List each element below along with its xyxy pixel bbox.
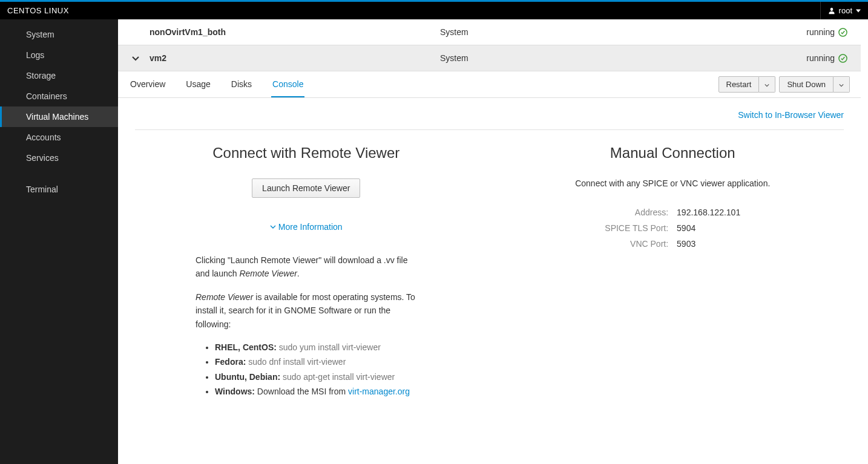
virt-manager-link[interactable]: virt-manager.org bbox=[348, 387, 410, 396]
caret-down-icon bbox=[856, 8, 861, 13]
sidebar-item-logs[interactable]: Logs bbox=[0, 45, 118, 65]
info-text-remote-viewer-2: Remote Viewer bbox=[196, 292, 253, 302]
check-circle-icon bbox=[838, 54, 847, 63]
shutdown-button-group: Shut Down bbox=[779, 76, 850, 93]
address-label: Address: bbox=[601, 205, 672, 220]
vm-status: running bbox=[806, 27, 847, 37]
launch-remote-viewer-button[interactable]: Launch Remote Viewer bbox=[252, 178, 360, 198]
check-circle-icon bbox=[838, 28, 847, 37]
vnc-port-value: 5903 bbox=[673, 237, 744, 251]
tabs-bar: Overview Usage Disks Console Restart Shu… bbox=[118, 71, 861, 98]
more-information-toggle[interactable]: More Information bbox=[270, 222, 343, 232]
vm-connection: System bbox=[440, 53, 806, 63]
user-name: root bbox=[839, 6, 852, 15]
sidebar-item-storage[interactable]: Storage bbox=[0, 65, 118, 86]
more-info-content: Clicking "Launch Remote Viewer" will dow… bbox=[135, 253, 478, 399]
manual-connection-desc: Connect with any SPICE or VNC viewer app… bbox=[502, 178, 844, 188]
shutdown-button[interactable]: Shut Down bbox=[779, 76, 833, 93]
vm-row[interactable]: nonOvirtVm1_both System running bbox=[118, 19, 861, 45]
user-menu[interactable]: root bbox=[820, 2, 861, 19]
collapse-toggle[interactable] bbox=[131, 54, 150, 62]
top-bar: CENTOS LINUX root bbox=[0, 0, 868, 19]
vm-connection: System bbox=[440, 27, 806, 37]
install-rhel: RHEL, CentOS: sudo yum install virt-view… bbox=[215, 341, 417, 354]
sidebar-item-terminal[interactable]: Terminal bbox=[0, 179, 118, 200]
main-content: nonOvirtVm1_both System running vm2 Syst… bbox=[118, 19, 868, 464]
manual-connection-title: Manual Connection bbox=[502, 145, 844, 162]
sidebar-item-accounts[interactable]: Accounts bbox=[0, 127, 118, 148]
caret-down-icon bbox=[839, 83, 844, 87]
sidebar-item-virtual-machines[interactable]: Virtual Machines bbox=[0, 106, 118, 127]
sidebar: System Logs Storage Containers Virtual M… bbox=[0, 19, 118, 464]
spice-port-label: SPICE TLS Port: bbox=[601, 221, 672, 235]
vm-row-expanded[interactable]: vm2 System running bbox=[118, 45, 861, 71]
info-text-1: Clicking "Launch Remote Viewer" will dow… bbox=[196, 255, 408, 278]
info-text-remote-viewer: Remote Viewer bbox=[239, 269, 297, 278]
tab-overview[interactable]: Overview bbox=[129, 72, 166, 97]
more-info-label: More Information bbox=[278, 222, 343, 232]
restart-button[interactable]: Restart bbox=[718, 76, 760, 93]
remote-viewer-panel: Connect with Remote Viewer Launch Remote… bbox=[135, 145, 478, 400]
address-value: 192.168.122.101 bbox=[673, 205, 744, 220]
vm-status: running bbox=[806, 53, 847, 63]
divider bbox=[135, 129, 844, 130]
spice-port-value: 5904 bbox=[673, 221, 744, 235]
restart-dropdown[interactable] bbox=[759, 76, 775, 93]
tab-console[interactable]: Console bbox=[271, 72, 304, 97]
restart-button-group: Restart bbox=[718, 76, 776, 93]
vnc-port-label: VNC Port: bbox=[601, 237, 672, 251]
install-ubuntu: Ubuntu, Debian: sudo apt-get install vir… bbox=[215, 370, 417, 384]
vm-name: vm2 bbox=[150, 53, 440, 63]
install-fedora: Fedora: sudo dnf install virt-viewer bbox=[215, 355, 417, 368]
os-title: CENTOS LINUX bbox=[7, 6, 69, 15]
vm-name: nonOvirtVm1_both bbox=[150, 27, 440, 37]
remote-viewer-title: Connect with Remote Viewer bbox=[135, 145, 478, 162]
vm-status-text: running bbox=[806, 27, 835, 37]
caret-down-icon bbox=[764, 83, 769, 87]
manual-connection-panel: Manual Connection Connect with any SPICE… bbox=[502, 145, 844, 400]
vm-status-text: running bbox=[806, 53, 835, 63]
sidebar-item-containers[interactable]: Containers bbox=[0, 86, 118, 106]
sidebar-item-system[interactable]: System bbox=[0, 24, 118, 45]
user-icon bbox=[828, 7, 835, 15]
install-windows: Windows: Download the MSI from virt-mana… bbox=[215, 385, 417, 398]
connection-table: Address: 192.168.122.101 SPICE TLS Port:… bbox=[600, 204, 745, 252]
sidebar-item-services[interactable]: Services bbox=[0, 148, 118, 168]
tab-disks[interactable]: Disks bbox=[230, 72, 253, 97]
shutdown-dropdown[interactable] bbox=[833, 76, 850, 93]
tab-usage[interactable]: Usage bbox=[185, 72, 211, 97]
chevron-down-icon bbox=[131, 54, 140, 62]
switch-viewer-link[interactable]: Switch to In-Browser Viewer bbox=[738, 110, 844, 120]
chevron-down-icon bbox=[270, 224, 276, 229]
